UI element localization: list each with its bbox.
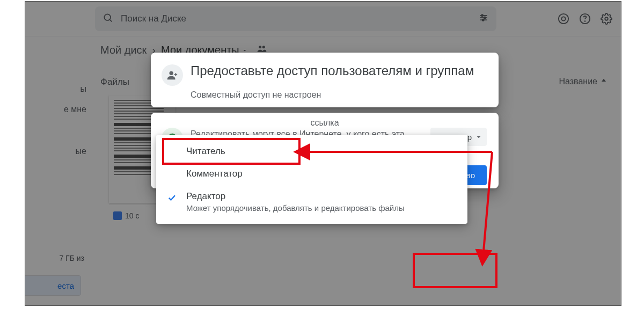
files-section-label: Файлы — [100, 77, 129, 87]
svg-line-1 — [110, 20, 112, 22]
role-option-editor-desc: Может упорядочивать, добавлять и редакти… — [186, 203, 453, 213]
svg-point-8 — [559, 14, 568, 24]
svg-point-15 — [170, 71, 173, 75]
dialog-subtitle: Совместный доступ не настроен — [191, 90, 487, 100]
share-people-card: Предоставьте доступ пользователям и груп… — [151, 53, 499, 107]
svg-point-13 — [259, 46, 261, 48]
sort-header[interactable]: Название — [559, 77, 609, 86]
role-option-commenter[interactable]: Комментатор — [156, 163, 467, 185]
search-options-icon[interactable] — [478, 12, 489, 25]
sidebar-item[interactable]: е мне — [25, 99, 90, 120]
buy-storage-button[interactable]: еста — [25, 275, 81, 296]
storage-usage-text: 7 ГБ из — [59, 254, 84, 262]
support-icon[interactable] — [558, 13, 569, 25]
svg-point-14 — [262, 46, 265, 48]
breadcrumb-root[interactable]: Мой диск — [100, 44, 147, 56]
help-icon[interactable] — [579, 13, 591, 25]
svg-point-6 — [484, 17, 486, 18]
drive-sidebar: ы е мне ые 7 ГБ из еста — [25, 36, 90, 305]
svg-point-5 — [481, 14, 483, 16]
role-menu: Читатель Комментатор Редактор Может упор… — [156, 135, 467, 224]
role-option-reader[interactable]: Читатель — [156, 140, 467, 163]
search-bar[interactable]: Поиск на Диске — [95, 6, 496, 31]
svg-point-12 — [605, 17, 608, 20]
dialog-title: Предоставьте доступ пользователям и груп… — [191, 62, 474, 79]
svg-point-9 — [561, 17, 565, 20]
sidebar-item[interactable]: ые — [25, 141, 90, 162]
settings-gear-icon[interactable] — [601, 13, 612, 25]
svg-point-11 — [585, 21, 586, 21]
search-icon — [103, 12, 113, 25]
svg-point-7 — [482, 19, 484, 21]
svg-point-0 — [104, 14, 111, 20]
person-add-icon — [162, 64, 183, 86]
search-placeholder: Поиск на Диске — [121, 13, 471, 24]
sidebar-item[interactable]: ы — [25, 79, 90, 99]
link-label: ссылка — [310, 118, 339, 128]
check-icon — [167, 193, 177, 205]
doc-icon — [113, 211, 122, 220]
chevron-down-icon — [474, 132, 484, 142]
role-option-editor[interactable]: Редактор Может упорядочивать, добавлять … — [156, 185, 467, 218]
